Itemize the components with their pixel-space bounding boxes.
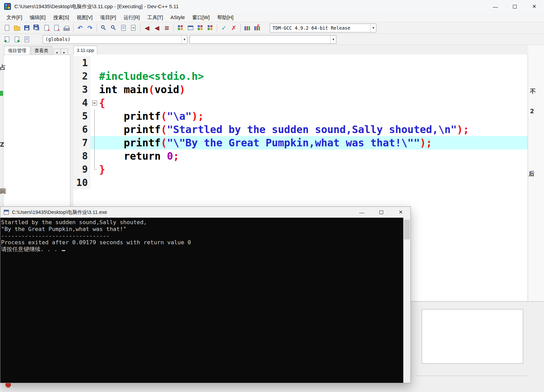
code-text: printf("\"By the Great Pumpkin,what was …: [99, 136, 528, 149]
save-all-button[interactable]: [32, 23, 42, 33]
undo-button[interactable]: ↶: [75, 23, 85, 33]
edge-artifact: 2: [530, 108, 534, 115]
line-number: 10: [73, 176, 90, 189]
chevron-down-icon: ▾: [330, 35, 336, 43]
menu-item[interactable]: 运行[R]: [120, 13, 144, 22]
profile-button[interactable]: [242, 23, 252, 33]
globals-select-value: (globals): [45, 37, 70, 42]
menu-item[interactable]: AStyle: [167, 13, 189, 21]
console-window-controls: — ✕: [352, 207, 410, 218]
menu-item[interactable]: 帮助[H]: [213, 13, 237, 22]
back-button[interactable]: ◀: [142, 23, 152, 33]
line-number: 3: [73, 83, 90, 96]
console-body[interactable]: Startled by the sudden sound,Sally shout…: [0, 218, 410, 383]
code-token: (: [161, 137, 167, 149]
line-number: 8: [73, 149, 90, 163]
fold-margin: [90, 176, 99, 189]
code-line-6[interactable]: 6 printf("Startled by the sudden sound,S…: [73, 123, 528, 136]
open-icon: [14, 27, 20, 31]
compiler-select[interactable]: TDM-GCC 4.9.2 64-bit Release ▾: [270, 24, 376, 32]
rebuild-all-button[interactable]: [205, 23, 215, 33]
fold-margin: [90, 149, 99, 163]
menu-item[interactable]: 工具[T]: [143, 13, 167, 22]
code-token: printf: [99, 124, 161, 135]
goto-implementation-button[interactable]: [12, 34, 22, 44]
globals-select[interactable]: (globals) ▾: [43, 35, 187, 44]
abort-compilation-button[interactable]: ✗: [229, 23, 239, 33]
toolbar-separator: [217, 24, 217, 32]
code-line-4[interactable]: 4{: [73, 96, 528, 110]
code-line-1[interactable]: 1: [73, 56, 528, 70]
replace-button[interactable]: [118, 23, 128, 33]
find-button[interactable]: [99, 23, 109, 33]
console-scrollbar[interactable]: [403, 218, 410, 383]
code-token: printf: [99, 110, 161, 122]
syntax-check-button[interactable]: ✓: [219, 23, 229, 33]
menu-item[interactable]: 编辑[E]: [26, 13, 50, 22]
code-text: {: [99, 96, 528, 110]
code-token: }: [99, 163, 105, 175]
abort-parsing-button[interactable]: [22, 34, 32, 44]
compile-button[interactable]: [176, 23, 185, 33]
code-line-2[interactable]: 2#include<stdio.h>: [73, 70, 528, 83]
goto-implementation-icon: [15, 37, 19, 42]
code-line-5[interactable]: 5 printf("\a");: [73, 110, 528, 123]
dock-inner-box: [422, 309, 523, 364]
compile-run-icon: [198, 25, 200, 27]
code-text: return 0;: [99, 149, 528, 163]
code-token: printf: [99, 137, 161, 149]
code-token: );: [420, 137, 432, 149]
members-select[interactable]: ▾: [190, 35, 336, 44]
code-line-7[interactable]: 7 printf("\"By the Great Pumpkin,what wa…: [73, 136, 528, 149]
code-text: #include<stdio.h>: [99, 70, 528, 83]
menu-item[interactable]: 窗口[W]: [189, 13, 213, 22]
code-text: printf("Startled by the sudden sound,Sal…: [99, 123, 528, 136]
code-token: (: [149, 84, 155, 96]
editor-tab[interactable]: 3.11.cpp: [73, 46, 97, 55]
redo-button[interactable]: ↷: [85, 23, 95, 33]
console-close-button[interactable]: ✕: [391, 207, 410, 218]
compile-run-button[interactable]: [195, 23, 205, 33]
goto-line-button[interactable]: [128, 23, 138, 33]
bookmark-list-button[interactable]: ≡: [162, 23, 172, 33]
close-all-button[interactable]: [52, 23, 61, 33]
code-line-10[interactable]: 10: [73, 176, 528, 189]
save-all-icon: [33, 25, 39, 30]
code-token: "Startled by the sudden sound,Sally shou…: [167, 124, 457, 135]
console-titlebar[interactable]: C:\Users\19435\Desktop\电脑作业\3.11.exe — ✕: [0, 207, 410, 218]
close-button[interactable]: [42, 23, 52, 33]
code-token: ;: [173, 150, 179, 162]
delete-profiling-button[interactable]: [252, 23, 262, 33]
run-button[interactable]: [185, 23, 195, 33]
redo-icon: ↷: [87, 25, 93, 31]
find-in-files-button[interactable]: [109, 23, 118, 33]
save-button[interactable]: [22, 23, 32, 33]
menu-item[interactable]: 视图[V]: [73, 13, 96, 22]
fold-margin[interactable]: [90, 96, 99, 110]
print-button[interactable]: [61, 23, 71, 33]
console-minimize-button[interactable]: —: [352, 207, 372, 218]
fold-margin: [90, 136, 99, 149]
code-line-3[interactable]: 3int main(void): [73, 83, 528, 96]
minimize-button[interactable]: —: [486, 0, 505, 13]
console-scrollbar-thumb[interactable]: [404, 220, 410, 239]
code-line-8[interactable]: 8 return 0;: [73, 149, 528, 163]
console-title: C:\Users\19435\Desktop\电脑作业\3.11.exe: [12, 209, 107, 216]
open-button[interactable]: [12, 23, 22, 33]
replace-icon: [121, 25, 126, 31]
goto-declaration-icon: [5, 37, 9, 42]
console-maximize-button[interactable]: [372, 207, 391, 218]
close-button[interactable]: ✕: [525, 0, 544, 13]
rebuild-all-icon: [208, 25, 210, 27]
menu-item[interactable]: 项目[P]: [96, 13, 120, 22]
find-in-files-icon: [111, 25, 114, 29]
menu-item[interactable]: 搜索[S]: [50, 13, 73, 22]
forward-button[interactable]: ◀: [152, 23, 162, 33]
line-number: 2: [73, 70, 90, 83]
new-file-button[interactable]: [2, 23, 12, 33]
code-line-9[interactable]: 9}: [73, 163, 528, 176]
code-token: #include<stdio.h>: [99, 70, 204, 82]
goto-declaration-button[interactable]: [2, 34, 12, 44]
menu-item[interactable]: 文件[F]: [3, 13, 26, 22]
maximize-button[interactable]: [505, 0, 525, 13]
